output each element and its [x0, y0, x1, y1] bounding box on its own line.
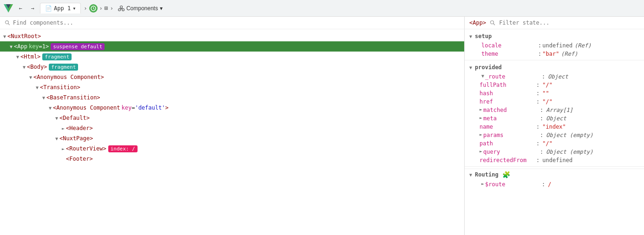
divider1	[465, 60, 644, 60]
redirectedfrom-row: redirectedFrom : undefined	[465, 156, 644, 164]
vue-logo-icon	[4, 4, 13, 13]
breadcrumb-sep2: ›	[99, 5, 103, 12]
route-expand-arrow[interactable]: ▼	[481, 73, 484, 78]
tree-node-nuxtpage[interactable]: ▼ <NuxtPage>	[0, 133, 464, 144]
route-key: _route	[485, 73, 541, 80]
tag-label: <NuxtRoot>	[7, 33, 41, 39]
tree-node-transition[interactable]: ▼ <Transition>	[0, 82, 464, 92]
components-icon	[118, 5, 125, 12]
breadcrumb-sep3: ›	[110, 5, 113, 12]
svg-line-13	[493, 24, 495, 26]
badge-fragment-body: fragment	[49, 64, 78, 71]
component-tree: ▼ <NuxtRoot> ▼ <App key=1> suspense defa…	[0, 29, 464, 235]
setup-label: setup	[475, 33, 492, 39]
filter-state-input[interactable]	[499, 20, 570, 26]
forward-button[interactable]: →	[28, 4, 37, 13]
provided-section-header[interactable]: ▼ provided	[465, 62, 644, 72]
params-row[interactable]: ► params : Object (empty)	[465, 131, 644, 139]
tree-node-app[interactable]: ▼ <App key=1> suspense default	[0, 41, 464, 52]
sroute-row[interactable]: ► $route : /	[465, 180, 644, 189]
devtools-container: ▼ <NuxtRoot> ▼ <App key=1> suspense defa…	[0, 17, 644, 235]
tab-icon: 📄	[45, 5, 52, 12]
filter-search-icon	[490, 20, 495, 26]
svg-point-4	[120, 6, 122, 8]
route-obj-row[interactable]: ▼ _route : Object	[465, 72, 644, 81]
back-button[interactable]: ←	[16, 4, 25, 13]
components-label: Components	[126, 5, 158, 12]
badge-fragment-html: fragment	[42, 53, 72, 60]
search-bar	[0, 17, 464, 29]
state-header: <App>	[465, 17, 644, 29]
grid-icon: ⊞	[105, 5, 108, 12]
theme-val: "bar"	[542, 51, 559, 57]
theme-row: theme : "bar" (Ref)	[465, 50, 644, 58]
selected-component-tag: <App>	[469, 20, 486, 26]
setup-expand-arrow[interactable]: ▼	[469, 34, 472, 39]
fullpath-row: fullPath : "/"	[465, 81, 644, 89]
divider2	[465, 166, 644, 167]
tree-node-anon2[interactable]: ▼ <Anonymous Component key='default'>	[0, 103, 464, 113]
tab-dropdown-icon: ▾	[72, 5, 76, 12]
right-panel: <App> ▼ setup locale : undefined (Ref) t…	[465, 17, 644, 235]
tree-node-nuxtroot[interactable]: ▼ <NuxtRoot>	[0, 31, 464, 41]
app-tab[interactable]: 📄 App 1 ▾	[40, 3, 81, 13]
routing-expand-arrow[interactable]: ▼	[469, 172, 472, 177]
tree-node-body[interactable]: ▼ <Body> fragment	[0, 62, 464, 72]
tree-node-html[interactable]: ▼ <Html> fragment	[0, 52, 464, 62]
hash-row: hash : ""	[465, 89, 644, 98]
tree-node-footer[interactable]: ► <Footer>	[0, 154, 464, 164]
routing-label: Routing	[475, 171, 499, 178]
toggle-arrow[interactable]: ▼	[2, 34, 7, 39]
routing-section: ▼ Routing 🧩 ► $route : /	[465, 169, 644, 189]
matched-row[interactable]: ► matched : Array[1]	[465, 106, 644, 114]
path-row: path : "/"	[465, 139, 644, 148]
locale-val: undefined	[542, 42, 572, 49]
svg-point-10	[5, 21, 8, 24]
search-input[interactable]	[13, 20, 460, 26]
badge-suspense: suspense default	[51, 43, 105, 50]
provided-label: provided	[475, 64, 502, 71]
breadcrumb-sep1: ›	[84, 5, 87, 12]
search-icon	[5, 20, 10, 26]
tab-label: App 1	[54, 5, 71, 12]
href-row: href : "/"	[465, 98, 644, 106]
state-area: ▼ setup locale : undefined (Ref) theme :…	[465, 29, 644, 235]
locale-key: locale	[481, 42, 537, 49]
components-dropdown-icon: ▾	[160, 5, 163, 12]
locale-row: locale : undefined (Ref)	[465, 41, 644, 50]
badge-index: index: /	[108, 145, 138, 152]
puzzle-icon: 🧩	[502, 171, 510, 178]
components-button[interactable]: Components ▾	[115, 4, 165, 13]
devtools-icon	[89, 4, 98, 13]
tree-node-header[interactable]: ► <Header>	[0, 123, 464, 133]
setup-section-header[interactable]: ▼ setup	[465, 31, 644, 41]
tree-node-default[interactable]: ▼ <Default>	[0, 113, 464, 123]
browser-bar: ← → 📄 App 1 ▾ › › ⊞ › Components ▾	[0, 0, 644, 17]
left-panel: ▼ <NuxtRoot> ▼ <App key=1> suspense defa…	[0, 17, 465, 235]
provided-expand-arrow[interactable]: ▼	[469, 65, 472, 70]
meta-row[interactable]: ► meta : Object	[465, 114, 644, 123]
tree-node-basetransition[interactable]: ▼ <BaseTransition>	[0, 92, 464, 103]
breadcrumb: › › ⊞ › Components ▾	[84, 4, 165, 13]
svg-line-11	[8, 23, 9, 25]
query-row[interactable]: ► query : Object (empty)	[465, 148, 644, 156]
svg-point-12	[491, 21, 494, 24]
routing-section-header[interactable]: ▼ Routing 🧩	[465, 169, 644, 180]
theme-key: theme	[481, 51, 537, 57]
name-row: name : "index"	[465, 123, 644, 131]
tree-node-anon1[interactable]: ▼ <Anonymous Component>	[0, 72, 464, 82]
tree-node-routerview[interactable]: ► <RouterView> index: /	[0, 144, 464, 154]
